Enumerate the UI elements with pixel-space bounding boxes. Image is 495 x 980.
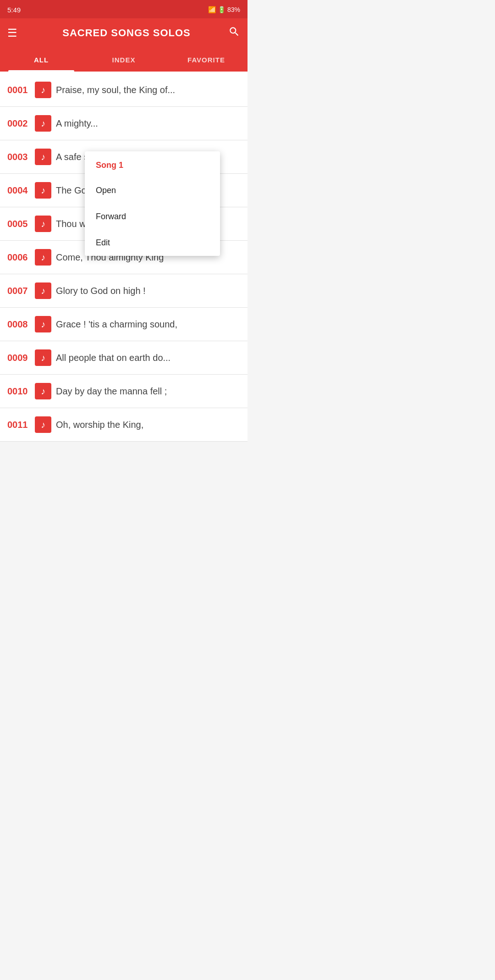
menu-icon[interactable]: ☰ — [7, 28, 17, 39]
song-number: 0010 — [7, 386, 35, 397]
song-item-0007[interactable]: 0007 Glory to God on high ! — [0, 274, 248, 308]
status-bar: 5:49 📶 🔋 83% — [0, 0, 248, 18]
song-title: Day by day the manna fell ; — [56, 386, 167, 397]
song-music-icon — [35, 349, 51, 366]
tab-index[interactable]: INDEX — [82, 48, 165, 72]
song-list: 0001 Praise, my soul, the King of... 000… — [0, 72, 248, 442]
song-number: 0004 — [7, 185, 35, 196]
context-menu-forward[interactable]: Forward — [85, 204, 220, 230]
signal-icon: 📶 — [208, 6, 216, 13]
song-number: 0009 — [7, 353, 35, 363]
song-title: Grace ! 'tis a charming sound, — [56, 319, 177, 330]
battery-percent: 83% — [227, 6, 240, 13]
song-title: All people that on earth do... — [56, 353, 170, 363]
song-music-icon — [35, 416, 51, 433]
song-number: 0005 — [7, 219, 35, 229]
context-menu-edit[interactable]: Edit — [85, 230, 220, 256]
context-menu[interactable]: Song 1 Open Forward Edit — [85, 151, 220, 256]
toolbar: ☰ SACRED SONGS SOLOS — [0, 18, 248, 48]
song-item-0002[interactable]: 0002 A mighty... — [0, 107, 248, 140]
song-item-0011[interactable]: 0011 Oh, worship the King, — [0, 408, 248, 442]
song-music-icon — [35, 82, 51, 98]
song-number: 0003 — [7, 152, 35, 162]
song-item-0010[interactable]: 0010 Day by day the manna fell ; — [0, 375, 248, 408]
song-item-0009[interactable]: 0009 All people that on earth do... — [0, 341, 248, 375]
context-menu-title: Song 1 — [85, 151, 220, 177]
status-icons: 📶 🔋 83% — [208, 6, 240, 13]
song-music-icon — [35, 182, 51, 199]
song-title: Oh, worship the King, — [56, 420, 143, 430]
tab-all[interactable]: ALL — [0, 48, 82, 72]
tabs-bar: ALL INDEX FAVORITE — [0, 48, 248, 72]
song-number: 0006 — [7, 252, 35, 263]
song-number: 0011 — [7, 420, 35, 430]
song-number: 0002 — [7, 118, 35, 129]
song-music-icon — [35, 282, 51, 299]
song-title: Praise, my soul, the King of... — [56, 85, 175, 95]
tab-favorite[interactable]: FAVORITE — [165, 48, 248, 72]
song-item-0008[interactable]: 0008 Grace ! 'tis a charming sound, — [0, 308, 248, 341]
search-icon[interactable] — [228, 26, 240, 40]
battery-icon: 🔋 — [218, 6, 226, 13]
song-music-icon — [35, 216, 51, 232]
song-music-icon — [35, 383, 51, 399]
song-number: 0001 — [7, 85, 35, 95]
song-music-icon — [35, 115, 51, 132]
song-item-0001[interactable]: 0001 Praise, my soul, the King of... — [0, 73, 248, 107]
song-music-icon — [35, 149, 51, 165]
song-number: 0008 — [7, 319, 35, 330]
status-time: 5:49 — [7, 6, 21, 14]
song-music-icon — [35, 249, 51, 266]
song-title: A mighty... — [56, 118, 98, 129]
app-title: SACRED SONGS SOLOS — [25, 27, 228, 39]
context-menu-open[interactable]: Open — [85, 177, 220, 204]
song-title: Glory to God on high ! — [56, 286, 146, 296]
song-music-icon — [35, 316, 51, 332]
song-number: 0007 — [7, 286, 35, 296]
